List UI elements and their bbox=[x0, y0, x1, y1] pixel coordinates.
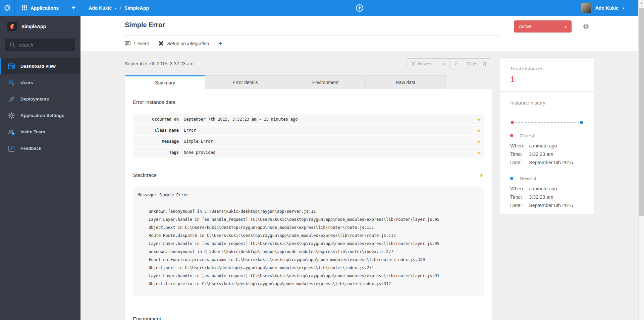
newest-legend: Newest bbox=[510, 176, 584, 181]
detail-row: Time: 3:32:23 am bbox=[510, 150, 584, 158]
bolt-status-icon[interactable] bbox=[356, 4, 364, 12]
divider bbox=[133, 109, 484, 109]
page-scrollbar[interactable] bbox=[638, 0, 644, 320]
sidebar-item-dashboard-view[interactable]: Dashboard View bbox=[0, 58, 80, 74]
stacktrace-line: Route.Route.dispatch in C:\Users\kukic\d… bbox=[138, 232, 480, 240]
newest-label: Newest bbox=[418, 61, 432, 66]
stacktrace-line: Object.next in C:\Users\kukic\desktop\ra… bbox=[138, 264, 480, 272]
stacktrace-box: Message: Simple Error unknown.[anonymous… bbox=[133, 187, 484, 296]
date-value: September 6th 2015 bbox=[529, 201, 573, 210]
star-icon[interactable] bbox=[477, 117, 484, 122]
sidebar-item-invite-team[interactable]: Invite Team bbox=[0, 124, 80, 140]
settings-gear-button[interactable] bbox=[583, 23, 589, 30]
event-count[interactable]: 1 event bbox=[125, 41, 149, 46]
scrollbar-thumb[interactable] bbox=[639, 8, 644, 216]
tab-summary[interactable]: Summary bbox=[125, 75, 205, 89]
globe-button[interactable] bbox=[0, 0, 15, 16]
sidebar-item-feedback[interactable]: Feedback bbox=[0, 140, 80, 156]
summary-panel: Error instance data Occurred on Septembe… bbox=[125, 89, 492, 320]
stacktrace-message: Message: Simple Error bbox=[138, 193, 480, 197]
chevron-left-icon bbox=[442, 62, 445, 66]
rocket-icon bbox=[7, 95, 15, 103]
previous-button[interactable] bbox=[437, 59, 449, 69]
sidebar-item-deployments[interactable]: Deployments bbox=[0, 91, 80, 107]
app-window: Applications + Ado Kukic SimpleApp Ado K… bbox=[0, 0, 638, 320]
stacktrace-line: unknown.[anonymous] in C:\Users\kukic\de… bbox=[138, 248, 480, 256]
table-row: Message Simple Error bbox=[133, 136, 484, 146]
sidebar-app-name: SimpleApp bbox=[21, 24, 46, 29]
environment-title: Environment bbox=[133, 306, 484, 320]
stacktrace-line: Layer.Layer.handle in [as handle_request… bbox=[138, 240, 480, 248]
sidebar-item-label: Dashboard View bbox=[20, 64, 56, 69]
stacktrace-line: Object.trim_prefix in C:\Users\kukic\des… bbox=[138, 280, 480, 288]
setup-integration-label: Setup an integration bbox=[167, 41, 209, 46]
sidebar-search[interactable] bbox=[5, 39, 75, 51]
newest-button[interactable]: Newest bbox=[407, 59, 437, 69]
timeline-line bbox=[515, 122, 579, 123]
detail-tabs: Summary Error details Environment Raw da… bbox=[125, 75, 446, 89]
title-divider bbox=[125, 35, 499, 36]
newest-dot-icon bbox=[580, 121, 583, 124]
table-row: Tags None provided bbox=[133, 147, 484, 157]
event-count-label: 1 event bbox=[133, 41, 149, 46]
time-label: Time: bbox=[510, 193, 529, 201]
sidebar-nav: Dashboard View Users Deployments bbox=[0, 58, 80, 156]
sidebar-item-label: Deployments bbox=[20, 97, 49, 102]
sidebar-item-label: Users bbox=[20, 80, 33, 85]
integration-icon bbox=[158, 41, 164, 46]
next-button[interactable] bbox=[449, 59, 462, 69]
total-instances-value: 1 bbox=[510, 75, 584, 84]
breadcrumb-user[interactable]: Ado Kukic bbox=[89, 5, 112, 11]
oldest-dot-icon bbox=[511, 121, 514, 124]
divider bbox=[133, 182, 484, 182]
search-input[interactable] bbox=[18, 42, 69, 48]
applications-button[interactable]: Applications bbox=[15, 0, 66, 16]
tab-raw-data[interactable]: Raw data bbox=[365, 75, 446, 89]
total-instances-title: Total instances bbox=[510, 66, 584, 71]
plus-icon: + bbox=[72, 4, 76, 12]
star-icon[interactable] bbox=[477, 128, 484, 133]
star-icon[interactable] bbox=[479, 173, 484, 178]
event-date: September 7th 2015, 3:32:23 am bbox=[125, 61, 194, 66]
last-page-icon bbox=[482, 62, 486, 66]
oldest-button[interactable]: Oldest bbox=[462, 59, 491, 69]
row-label: Class name bbox=[133, 128, 184, 133]
sidebar-item-users[interactable]: Users bbox=[0, 74, 80, 91]
scroll-up-icon[interactable] bbox=[639, 1, 644, 4]
status-label: Active bbox=[519, 24, 532, 29]
instance-summary-card: Total instances 1 Instance history Oldes bbox=[500, 57, 594, 215]
invite-team-icon bbox=[7, 128, 15, 136]
users-icon bbox=[7, 79, 15, 87]
sidebar-item-label: Feedback bbox=[20, 146, 41, 151]
setup-integration-link[interactable]: Setup an integration bbox=[158, 41, 209, 46]
date-label: Date: bbox=[510, 201, 529, 210]
chevron-down-icon[interactable] bbox=[115, 7, 116, 10]
time-label: Time: bbox=[510, 150, 529, 158]
tab-error-details[interactable]: Error details bbox=[205, 75, 285, 89]
date-label: Date: bbox=[510, 158, 529, 167]
date-value: September 6th 2015 bbox=[529, 158, 573, 167]
app-logo-icon bbox=[7, 22, 17, 31]
table-row: Occurred on September 7th 2015, 3:32:23 … bbox=[133, 114, 484, 124]
star-icon[interactable] bbox=[477, 139, 484, 144]
detail-row: When: a minute ago bbox=[510, 142, 584, 150]
stacktrace-line: Function.Function.process_params in C:\U… bbox=[138, 256, 480, 264]
tab-environment[interactable]: Environment bbox=[285, 75, 366, 89]
add-integration-icon[interactable]: + bbox=[218, 40, 222, 47]
user-menu[interactable]: Ado Kukic bbox=[581, 3, 638, 13]
stacktrace-line: Layer.Layer.handle in [as handle_request… bbox=[138, 272, 480, 280]
stacktrace-line: Layer.Layer.handle in [as handle_request… bbox=[138, 215, 480, 223]
detail-row: When: a minute ago bbox=[510, 185, 584, 193]
star-icon[interactable] bbox=[477, 150, 484, 155]
sidebar-item-application-settings[interactable]: Application Settings bbox=[0, 107, 80, 124]
breadcrumb-app[interactable]: SimpleApp bbox=[124, 5, 149, 11]
status-dropdown[interactable]: Active bbox=[514, 20, 572, 33]
detail-row: Date: September 6th 2015 bbox=[510, 158, 584, 167]
row-value: Error bbox=[184, 128, 477, 133]
detail-row: Time: 3:32:23 am bbox=[510, 193, 584, 201]
content-area: September 7th 2015, 3:32:23 am Newest Ol… bbox=[80, 51, 638, 320]
newest-label: Newest bbox=[520, 176, 536, 181]
oldest-dot-icon bbox=[510, 134, 513, 137]
add-application-button[interactable]: + bbox=[66, 0, 81, 16]
globe-icon bbox=[4, 5, 10, 11]
